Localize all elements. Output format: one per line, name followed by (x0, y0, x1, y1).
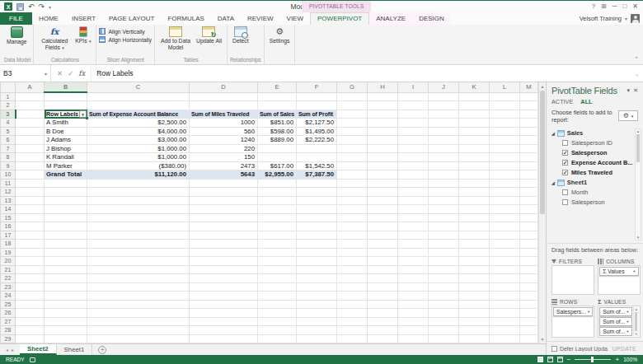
expand-triangle-icon[interactable]: ◢ (551, 180, 555, 185)
grid-cell-j5[interactable] (429, 127, 459, 136)
grid-cell-h3[interactable] (368, 110, 398, 119)
grid-cell-i7[interactable] (398, 144, 429, 153)
row-header-18[interactable]: 18 (1, 240, 16, 249)
grid-cell-m23[interactable] (520, 282, 538, 292)
grid-cell-j20[interactable] (429, 257, 459, 266)
ribbon-tab-file[interactable]: FILE (0, 12, 32, 25)
help-icon[interactable]: ? (592, 1, 595, 12)
grid-cell-b1[interactable] (45, 92, 87, 101)
grid-cell-l26[interactable] (490, 309, 520, 318)
grid-cell-c24[interactable] (87, 292, 190, 301)
grid-cell-a18[interactable] (16, 240, 45, 249)
grid-cell-i17[interactable] (398, 231, 429, 240)
grid-cell-c13[interactable] (87, 196, 190, 205)
grid-cell-a17[interactable] (16, 231, 45, 240)
grid-cell-b7[interactable]: J Bishop (45, 144, 87, 153)
row-header-13[interactable]: 13 (1, 196, 16, 205)
grid-cell-b29[interactable] (45, 334, 87, 343)
grid-cell-f29[interactable] (297, 334, 337, 343)
grid-cell-c11[interactable] (87, 179, 190, 188)
grid-cell-j24[interactable] (429, 292, 459, 301)
grid-cell-e13[interactable] (258, 196, 297, 205)
grid-cell-k20[interactable] (459, 257, 490, 266)
grid-cell-a8[interactable] (16, 153, 45, 162)
grid-cell-g19[interactable] (337, 248, 368, 257)
grid-cell-m28[interactable] (520, 326, 538, 335)
page-layout-view-icon[interactable] (547, 357, 553, 362)
grid-cell-m14[interactable] (520, 205, 538, 214)
grid-cell-f6[interactable]: $2,222.50 (297, 136, 337, 145)
grid-cell-g26[interactable] (337, 309, 368, 318)
grid-cell-m16[interactable] (520, 222, 538, 231)
grid-cell-d25[interactable] (190, 300, 258, 309)
grid-cell-i24[interactable] (398, 292, 429, 301)
collapse-ribbon-icon[interactable]: ⌃ (634, 56, 639, 63)
grid-cell-a14[interactable] (16, 205, 45, 214)
grid-cell-b16[interactable] (45, 222, 87, 231)
grid-cell-d29[interactable] (190, 334, 258, 343)
grid-cell-a23[interactable] (16, 282, 45, 292)
grid-cell-g7[interactable] (337, 144, 368, 153)
area-well-values[interactable]: Sum of...▾Sum of...▾Sum of...▾▲▼ (598, 306, 640, 338)
grid-cell-d2[interactable] (190, 101, 258, 110)
grid-cell-l14[interactable] (490, 205, 520, 214)
grid-cell-k23[interactable] (459, 282, 490, 292)
grid-cell-h16[interactable] (368, 222, 398, 231)
column-header-j[interactable]: J (429, 82, 459, 92)
grid-cell-m5[interactable] (520, 127, 538, 136)
grid-cell-j10[interactable] (429, 170, 459, 180)
normal-view-icon[interactable] (537, 357, 543, 362)
grid-cell-f4[interactable]: $2,127.50 (297, 119, 337, 128)
grid-cell-f19[interactable] (297, 248, 337, 257)
chip-dropdown-icon[interactable]: ▾ (625, 329, 628, 334)
grid-cell-g23[interactable] (337, 282, 368, 292)
grid-cell-i8[interactable] (398, 153, 429, 162)
grid-cell-f5[interactable]: $1,495.00 (297, 127, 337, 136)
grid-cell-e9[interactable]: $617.00 (258, 161, 297, 170)
grid-cell-g13[interactable] (337, 196, 368, 205)
grid-cell-l4[interactable] (490, 119, 520, 128)
grid-cell-m4[interactable] (520, 119, 538, 128)
grid-cell-j2[interactable] (429, 101, 459, 110)
field-checkbox[interactable] (562, 189, 568, 195)
grid-cell-b25[interactable] (45, 300, 87, 309)
grid-cell-k29[interactable] (459, 334, 490, 343)
grid-cell-m17[interactable] (520, 231, 538, 240)
grid-cell-a20[interactable] (16, 257, 45, 266)
grid-cell-m6[interactable] (520, 136, 538, 145)
name-box[interactable]: B3 ▾ (0, 65, 51, 82)
grid-cell-g28[interactable] (337, 326, 368, 335)
grid-cell-m10[interactable] (520, 170, 538, 180)
grid-cell-a10[interactable] (16, 170, 45, 180)
row-header-11[interactable]: 11 (1, 179, 16, 188)
grid-cell-k14[interactable] (459, 205, 490, 214)
tab-all[interactable]: ALL (580, 98, 592, 105)
grid-cell-g22[interactable] (337, 274, 368, 283)
zoom-out-icon[interactable]: − (567, 357, 571, 363)
list-scroll-down-icon[interactable]: ▼ (636, 236, 640, 240)
grid-cell-m22[interactable] (520, 274, 538, 283)
grid-cell-b8[interactable]: K Randall (45, 153, 87, 162)
grid-cell-c20[interactable] (87, 257, 190, 266)
grid-cell-i11[interactable] (398, 179, 429, 188)
grid-cell-k24[interactable] (459, 292, 490, 301)
grid-cell-g12[interactable] (337, 188, 368, 197)
grid-cell-m24[interactable] (520, 292, 538, 301)
grid-cell-j18[interactable] (429, 240, 459, 249)
column-header-c[interactable]: C (87, 82, 190, 92)
grid-cell-i18[interactable] (398, 240, 429, 249)
sheet-tab-sheet1[interactable]: Sheet1 (57, 344, 93, 355)
zoom-level[interactable]: 100% (623, 357, 637, 362)
grid-cell-j8[interactable] (429, 153, 459, 162)
grid-cell-j16[interactable] (429, 222, 459, 231)
grid-cell-m26[interactable] (520, 309, 538, 318)
grid-cell-e24[interactable] (258, 292, 297, 301)
grid-cell-c22[interactable] (87, 274, 190, 283)
grid-cell-d27[interactable] (190, 317, 258, 326)
grid-cell-l9[interactable] (490, 161, 520, 170)
grid-cell-b18[interactable] (45, 240, 87, 249)
grid-cell-j7[interactable] (429, 144, 459, 153)
fill-handle[interactable] (86, 117, 88, 119)
grid-cell-a26[interactable] (16, 309, 45, 318)
grid-cell-m13[interactable] (520, 196, 538, 205)
